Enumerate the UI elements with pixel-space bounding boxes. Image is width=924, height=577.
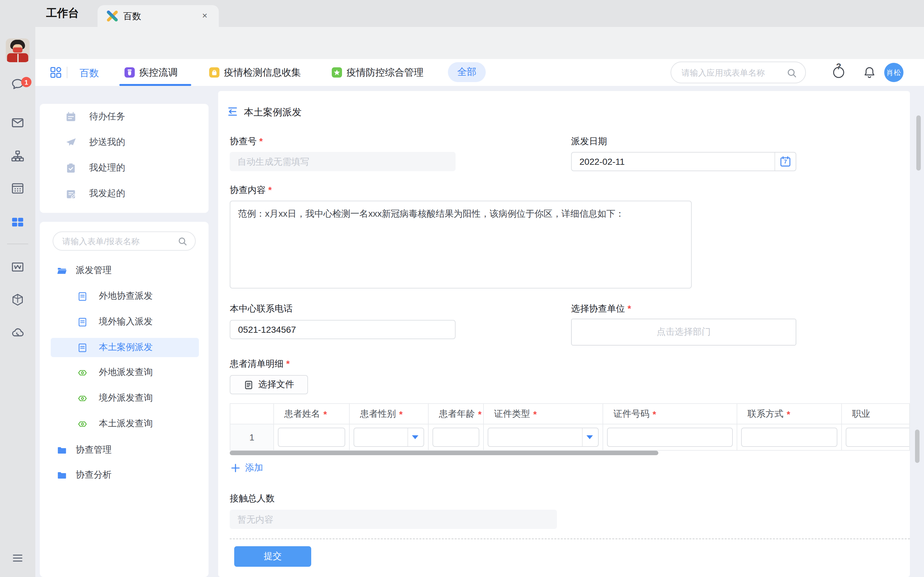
patient-table: 患者姓名* 患者性别* 患者年龄* 证件类型* 证件号码* 联系方式* 职业 1: [230, 403, 910, 451]
tree-item-label: 外地协查派发: [99, 290, 153, 302]
add-row-label: 添加: [245, 462, 263, 474]
contact-input-box: [741, 428, 837, 447]
tree-item-waidi-paifa-chaxun[interactable]: 外地派发查询: [40, 363, 208, 382]
app-dock: 1: [0, 0, 35, 577]
apps-grid-icon[interactable]: [50, 67, 61, 78]
nav-home-baishu[interactable]: 百数: [79, 67, 99, 79]
tree-folder-dispatch-management[interactable]: 派发管理: [40, 261, 208, 280]
coop-unit-placeholder: 点击选择部门: [657, 326, 711, 338]
all-apps-pill[interactable]: 全部: [448, 62, 486, 82]
search-icon[interactable]: [787, 68, 797, 78]
nav-tab-epidemic-management[interactable]: 疫情防控综合管理: [332, 59, 423, 86]
dock-divider: [7, 243, 28, 244]
tree-folder-label: 协查分析: [76, 469, 111, 481]
content-textarea[interactable]: 范例：x月xx日，我中心检测一名xxx新冠病毒核酸结果为阳性，该病例位于你区，详…: [230, 201, 691, 288]
occupation-input-box: [846, 428, 910, 447]
contact-input[interactable]: [742, 428, 837, 446]
form-search-box: [53, 231, 196, 251]
workbench-grid-icon[interactable]: [10, 215, 25, 229]
menu-item-label: 抄送我的: [89, 137, 125, 148]
field-divider: [774, 153, 775, 171]
dropdown-arrow-icon[interactable]: [412, 435, 418, 439]
tree-item-jingwai-paifa-chaxun[interactable]: 境外派发查询: [40, 388, 208, 408]
tree-item-label: 本土派发查询: [99, 418, 153, 430]
tab-close-icon[interactable]: ×: [202, 10, 207, 21]
mail-icon[interactable]: [10, 115, 25, 130]
investigation-no-input[interactable]: [230, 152, 456, 171]
help-icon[interactable]: ?: [832, 65, 846, 79]
cloud-call-icon[interactable]: [10, 326, 25, 340]
investigation-no-field: [230, 152, 456, 171]
field-label-content: 协查内容*: [230, 185, 272, 196]
app-tab-baishu[interactable]: 百数 ×: [97, 5, 219, 27]
page-vertical-scrollbar[interactable]: [916, 115, 921, 171]
org-chart-icon[interactable]: [10, 149, 25, 163]
nav-tab-label: 疫情检测信息收集: [224, 66, 301, 79]
nav-tab-label: 疫情防控综合管理: [347, 66, 423, 79]
query-eye-icon: [77, 393, 88, 404]
app-box-icon[interactable]: [10, 292, 25, 307]
tree-folder-xiecha-management[interactable]: 协查管理: [40, 440, 208, 460]
required-mark: *: [286, 358, 290, 369]
cell-occupation: [842, 424, 910, 450]
tree-item-waidi-xiecha-paifa[interactable]: 外地协查派发: [40, 287, 208, 306]
dropdown-divider: [407, 428, 408, 446]
dock-menu-icon[interactable]: [10, 551, 25, 566]
cell-patient-name: [274, 424, 350, 450]
workflow-menu-card: 待办任务 抄送我的 我处理的 我发起的: [40, 104, 208, 213]
patient-age-input[interactable]: [433, 428, 479, 446]
baishu-logo-icon: [107, 10, 118, 22]
dispatch-date-input[interactable]: [572, 153, 796, 171]
form-search-input[interactable]: [62, 232, 171, 250]
tree-folder-xiecha-analysis[interactable]: 协查分析: [40, 466, 208, 485]
occupation-input[interactable]: [846, 428, 910, 446]
file-doc-icon: [244, 380, 253, 390]
id-number-input-box: [607, 428, 733, 447]
nav-tab-disease-control[interactable]: 疾控流调: [124, 59, 178, 86]
notification-bell-icon[interactable]: [863, 65, 877, 79]
user-avatar[interactable]: [6, 39, 29, 62]
coop-unit-picker[interactable]: 点击选择部门: [571, 319, 796, 346]
open-folder-icon: [57, 265, 67, 276]
required-mark: *: [268, 185, 272, 195]
tree-item-bentu-paifa-chaxun[interactable]: 本土派发查询: [40, 414, 208, 434]
add-row-link[interactable]: 添加: [231, 462, 263, 474]
id-number-input[interactable]: [607, 428, 732, 446]
required-mark: *: [628, 303, 631, 314]
submit-button[interactable]: 提交: [234, 546, 311, 567]
table-horizontal-scrollbar[interactable]: [230, 451, 658, 455]
patient-name-input[interactable]: [278, 428, 344, 446]
app-nav-bar: 百数 疾控流调 疫情检测信息收集 疫情防控综合管理 全部: [35, 59, 924, 86]
patient-name-input-box: [278, 428, 345, 447]
app-search-input[interactable]: [682, 62, 784, 83]
docs-w-icon[interactable]: [10, 259, 25, 274]
tree-item-label: 本土案例派发: [99, 342, 153, 353]
tree-item-bentu-anli-paifa-selected[interactable]: 本土案例派发: [40, 338, 208, 357]
nav-tab-epidemic-detection[interactable]: 疫情检测信息收集: [209, 59, 301, 86]
col-header-id-type: 证件类型*: [484, 404, 603, 424]
patient-gender-select: [354, 428, 424, 447]
menu-item-handled-by-me[interactable]: 我处理的: [40, 155, 208, 181]
panel-vertical-scrollbar[interactable]: [915, 430, 919, 463]
menu-item-label: 待办任务: [89, 111, 125, 122]
field-label-total-contacts: 接触总人数: [230, 493, 275, 504]
calendar-icon[interactable]: [10, 181, 25, 195]
dropdown-arrow-icon[interactable]: [586, 435, 593, 439]
collapse-panel-icon[interactable]: [228, 106, 238, 117]
user-initials-avatar[interactable]: 肖松: [884, 63, 903, 82]
tree-item-jingwai-shuru-paifa[interactable]: 境外输入派发: [40, 312, 208, 332]
total-contacts-input[interactable]: [230, 510, 557, 529]
menu-item-todo-tasks[interactable]: 待办任务: [40, 104, 208, 129]
center-phone-input[interactable]: [230, 321, 455, 338]
cell-id-type: [484, 424, 603, 450]
window-tab-strip: 工作台 百数 ×: [35, 0, 924, 27]
menu-item-cc-to-me[interactable]: 抄送我的: [40, 129, 208, 155]
tree-item-label: 境外输入派发: [99, 316, 153, 327]
choose-file-button[interactable]: 选择文件: [230, 375, 308, 394]
calendar-picker-icon[interactable]: 7: [780, 156, 791, 167]
menu-item-initiated-by-me[interactable]: 我发起的: [40, 181, 208, 206]
search-icon[interactable]: [178, 237, 187, 246]
id-type-input[interactable]: [488, 428, 598, 446]
calendar-day-glyph: 7: [780, 158, 791, 165]
field-label-dispatch-date: 派发日期: [571, 136, 607, 147]
